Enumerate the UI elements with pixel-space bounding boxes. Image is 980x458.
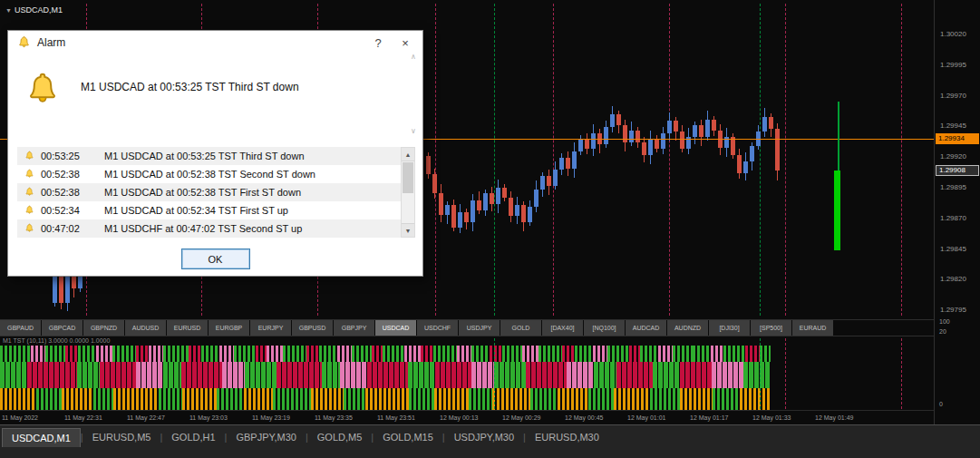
- indicator-segment: [760, 346, 771, 362]
- candle-body: [705, 120, 710, 137]
- time-axis-label: 11 May 23:19: [252, 414, 290, 421]
- indicator-segment: [421, 346, 433, 362]
- symbol-tab-euraud[interactable]: EURAUD: [792, 320, 833, 336]
- alarm-row-time: 00:52:38: [41, 169, 104, 180]
- period-separator-line: [494, 338, 495, 409]
- alarm-list: 00:53:25M1 USDCAD at 00:53:25 TST Third …: [17, 147, 415, 238]
- chart-tab-gbpjpy-m30[interactable]: GBPJPY,M30: [227, 428, 305, 446]
- ok-button[interactable]: OK: [181, 248, 250, 269]
- candle-body: [572, 151, 577, 169]
- symbol-tab-gbpjpy[interactable]: GBPJPY: [334, 320, 374, 336]
- close-button[interactable]: ×: [392, 36, 419, 50]
- alarm-row[interactable]: 00:52:38M1 USDCAD at 00:52:38 TST First …: [17, 183, 401, 201]
- period-separator-line: [785, 338, 786, 409]
- alarm-row-time: 00:47:02: [41, 223, 104, 234]
- symbol-tab-dji30[interactable]: [DJI30]: [709, 320, 750, 336]
- indicator-segment: [372, 346, 383, 362]
- indicator-segment: [112, 346, 136, 362]
- period-separator-line: [435, 4, 436, 316]
- symbol-tab-usdcad[interactable]: USDCAD: [375, 320, 416, 336]
- symbol-tab-gbpusd[interactable]: GBPUSD: [292, 320, 333, 336]
- symbol-tab-audcad[interactable]: AUDCAD: [626, 320, 666, 336]
- collapse-icon[interactable]: ▼: [5, 7, 12, 14]
- chart-tab-gold-h1[interactable]: GOLD,H1: [162, 428, 224, 446]
- indicator-segment: [77, 362, 100, 388]
- symbol-tab-nq100[interactable]: [NQ100]: [584, 320, 625, 336]
- time-axis-label: 12 May 01:49: [815, 414, 853, 421]
- chart-tab-eurusd-m5[interactable]: EURUSD,M5: [83, 428, 160, 446]
- candle-body: [655, 139, 659, 149]
- indicator-segment: [159, 388, 182, 410]
- chart-tab-gold-m5[interactable]: GOLD,M5: [308, 428, 372, 446]
- alarm-row[interactable]: 00:52:34M1 USDCAD at 00:52:34 TST First …: [17, 201, 401, 219]
- indicator-segment: [629, 346, 640, 362]
- candle-body: [515, 205, 519, 216]
- symbol-tab-eurjpy[interactable]: EURJPY: [250, 320, 291, 336]
- scrollbar-up-icon[interactable]: ▲: [402, 148, 414, 161]
- chart-tab-gold-m15[interactable]: GOLD,M15: [374, 428, 442, 446]
- dialog-titlebar[interactable]: Alarm ? ×: [8, 31, 422, 54]
- symbol-tab-gold[interactable]: GOLD: [500, 320, 541, 336]
- symbol-tab-eurgbp[interactable]: EURGBP: [209, 320, 249, 336]
- ask-price-tag: 1.29934: [936, 133, 979, 144]
- indicator-segment: [575, 346, 593, 362]
- chart-tab-eurusd-m30[interactable]: EURUSD,M30: [526, 428, 608, 446]
- indicator-segment: [457, 346, 471, 362]
- indicator-segment: [653, 362, 680, 388]
- indicator-segment: [490, 346, 502, 362]
- chart-symbol-label: ▼USDCAD,M1: [5, 5, 63, 15]
- alarm-bell-icon: [17, 35, 32, 50]
- candle-body: [743, 161, 748, 174]
- indicator-segment: [673, 346, 693, 362]
- candle-body: [667, 121, 672, 133]
- alarm-row[interactable]: 00:52:38M1 USDCAD at 00:52:38 TST Second…: [17, 165, 401, 183]
- time-axis-label: 12 May 01:33: [752, 414, 791, 421]
- candle-body: [604, 127, 608, 144]
- candle-body: [547, 176, 551, 186]
- bid-price-tag: 1.29908: [936, 165, 979, 176]
- chart-tab-usdcad-m1[interactable]: USDCAD,M1: [2, 428, 81, 447]
- alarm-row[interactable]: 00:47:02M1 USDCHF at 00:47:02 TST Second…: [17, 219, 401, 238]
- scrollbar-thumb[interactable]: [403, 162, 413, 193]
- scrollbar-down-icon[interactable]: ▼: [402, 223, 414, 237]
- symbol-tab-eurusd[interactable]: EURUSD: [167, 320, 208, 336]
- symbol-tab-gbpnzd[interactable]: GBPNZD: [83, 320, 124, 336]
- chart-tab-usdjpy-m30[interactable]: USDJPY,M30: [445, 428, 523, 446]
- indicator-row: [0, 388, 771, 410]
- time-axis-label: 11 May 22:47: [127, 414, 165, 421]
- help-button[interactable]: ?: [364, 36, 392, 50]
- alarm-row[interactable]: 00:53:25M1 USDCAD at 00:53:25 TST Third …: [17, 147, 401, 165]
- metatrader-window: ▼USDCAD,M1 1.300201.299951.299701.299451…: [0, 0, 980, 458]
- symbol-tab-dax40[interactable]: [DAX40]: [542, 320, 583, 336]
- alarm-row-text: M1 USDCAD at 00:52:38 TST First ST down: [104, 187, 401, 198]
- symbol-tab-usdchf[interactable]: USDCHF: [417, 320, 458, 336]
- symbol-tab-audusd[interactable]: AUDUSD: [125, 320, 166, 336]
- indicator-segment: [62, 388, 93, 410]
- symbol-tab-usdjpy[interactable]: USDJPY: [459, 320, 500, 336]
- indicator-segment: [219, 346, 234, 362]
- candle-body: [553, 170, 558, 186]
- scroll-up-hint-icon[interactable]: ∧: [411, 54, 416, 61]
- price-axis-label: 1.29820: [940, 275, 966, 283]
- candle-body: [585, 139, 589, 149]
- indicator-segment: [93, 388, 113, 410]
- alarm-list-scrollbar[interactable]: ▲ ▼: [401, 147, 415, 238]
- indicator-segment: [245, 362, 277, 388]
- period-separator-line: [785, 4, 786, 316]
- candle-body: [458, 212, 462, 227]
- price-axis-label: 1.29845: [940, 245, 966, 253]
- candle-body: [426, 156, 431, 174]
- indicator-segment: [658, 346, 673, 362]
- scroll-down-hint-icon[interactable]: ∨: [411, 128, 416, 135]
- indicator-scale-20: 20: [939, 328, 946, 335]
- symbol-tab-gbpcad[interactable]: GBPCAD: [42, 320, 82, 336]
- symbol-tab-audnzd[interactable]: AUDNZD: [667, 320, 708, 336]
- indicator-segment: [650, 388, 680, 410]
- symbol-tab-sp500[interactable]: [SP500]: [751, 320, 791, 336]
- indicator-panel[interactable]: M1 TST (10,11) 3.0000 0.0000 1.0000: [0, 336, 934, 410]
- candle-body: [750, 146, 754, 161]
- symbol-tab-gbpaud[interactable]: GBPAUD: [0, 320, 41, 336]
- candle-body: [445, 205, 450, 215]
- indicator-segment: [136, 346, 149, 362]
- indicator-segment: [712, 362, 743, 388]
